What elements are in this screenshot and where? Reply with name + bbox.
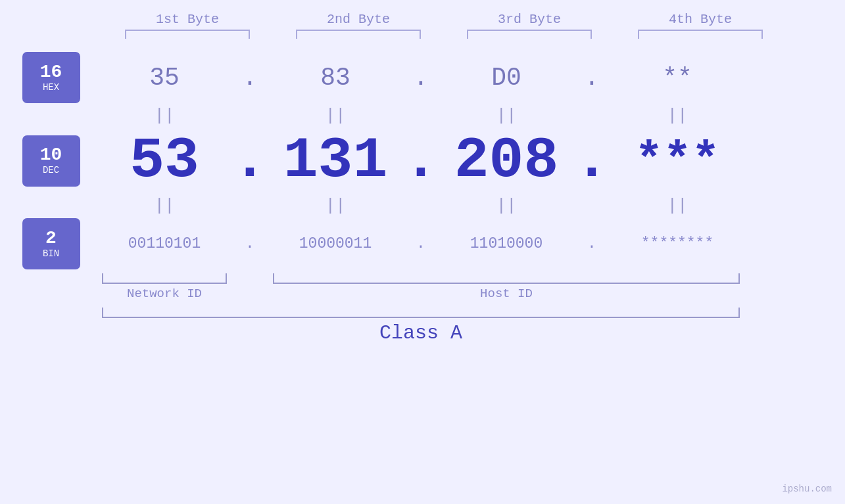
class-brace bbox=[102, 308, 740, 318]
eq1-4: || bbox=[615, 106, 740, 126]
bin-badge: 2 BIN bbox=[22, 218, 80, 269]
bracket-col-3 bbox=[444, 30, 615, 39]
eq2-3: || bbox=[444, 196, 569, 216]
top-brace-3 bbox=[467, 30, 592, 39]
class-left-spacer bbox=[0, 308, 102, 318]
eq-row-2: || || || || bbox=[0, 193, 845, 218]
eq2-4: || bbox=[615, 196, 740, 216]
byte-header-3: 3rd Byte bbox=[444, 12, 615, 27]
eq2-1: || bbox=[102, 196, 227, 216]
byte-header-4: 4th Byte bbox=[615, 12, 786, 27]
eq2-2: || bbox=[273, 196, 398, 216]
bin-val-2: 10000011 bbox=[273, 235, 398, 252]
bottom-left-spacer bbox=[0, 273, 102, 284]
bottom-bracket-row bbox=[0, 273, 845, 284]
class-label: Class A bbox=[102, 322, 740, 344]
bottom-braces bbox=[102, 273, 740, 284]
class-bracket-row bbox=[0, 308, 845, 318]
hex-sep-3: . bbox=[569, 64, 615, 92]
dec-val-1: 53 bbox=[102, 128, 227, 193]
bin-val-3: 11010000 bbox=[444, 235, 569, 252]
bin-sep-2: . bbox=[398, 235, 444, 252]
bracket-col-1 bbox=[102, 30, 273, 39]
top-brace-4 bbox=[638, 30, 763, 39]
top-bracket-row bbox=[0, 30, 845, 39]
bracket-col-2 bbox=[273, 30, 444, 39]
byte-header-2: 2nd Byte bbox=[273, 12, 444, 27]
hex-sep-2: . bbox=[398, 64, 444, 92]
dec-badge-number: 10 bbox=[40, 145, 62, 166]
bin-row: 2 BIN 00110101 . 10000011 . 11010000 . bbox=[0, 218, 845, 269]
watermark: ipshu.com bbox=[782, 484, 832, 494]
dec-badge-text: DEC bbox=[43, 166, 59, 175]
byte-headers: 1st Byte 2nd Byte 3rd Byte 4th Byte bbox=[102, 12, 845, 27]
byte-header-row: 1st Byte 2nd Byte 3rd Byte 4th Byte bbox=[0, 12, 845, 27]
top-brace-2 bbox=[296, 30, 421, 39]
bracket-col-4 bbox=[615, 30, 786, 39]
host-id-brace bbox=[273, 273, 740, 284]
bin-sep-3: . bbox=[569, 235, 615, 252]
hex-val-4: ** bbox=[615, 64, 740, 92]
top-brackets bbox=[102, 30, 845, 39]
eq1-values: || || || || bbox=[102, 106, 845, 126]
byte-header-1: 1st Byte bbox=[102, 12, 273, 27]
bracket-left-spacer bbox=[0, 30, 102, 39]
id-gap-1 bbox=[227, 286, 273, 301]
host-id-label: Host ID bbox=[273, 286, 740, 301]
dec-values: 53 . 131 . 208 . *** bbox=[102, 128, 845, 193]
dec-val-4: *** bbox=[615, 134, 740, 188]
bin-values: 00110101 . 10000011 . 11010000 . *******… bbox=[102, 235, 845, 252]
bin-badge-text: BIN bbox=[43, 249, 59, 259]
network-id-label: Network ID bbox=[102, 286, 227, 301]
dec-badge-area: 10 DEC bbox=[0, 135, 102, 187]
dec-sep-1: . bbox=[227, 128, 273, 193]
net-id-brace bbox=[102, 273, 227, 284]
hex-val-1: 35 bbox=[102, 64, 227, 92]
hex-badge-area: 16 HEX bbox=[0, 52, 102, 103]
dec-sep-2: . bbox=[398, 128, 444, 193]
dec-val-2: 131 bbox=[273, 128, 398, 193]
bin-sep-1: . bbox=[227, 235, 273, 252]
id-labels-row: Network ID Host ID bbox=[0, 286, 845, 301]
dec-val-3: 208 bbox=[444, 128, 569, 193]
top-brace-1 bbox=[125, 30, 250, 39]
hex-val-3: D0 bbox=[444, 64, 569, 92]
eq1-3: || bbox=[444, 106, 569, 126]
eq2-values: || || || || bbox=[102, 196, 845, 216]
dec-row: 10 DEC 53 . 131 . 208 . *** bbox=[0, 128, 845, 193]
hex-badge-text: HEX bbox=[43, 83, 59, 93]
eq1-1: || bbox=[102, 106, 227, 126]
main-layout: 1st Byte 2nd Byte 3rd Byte 4th Byte bbox=[0, 0, 845, 504]
header-left-spacer bbox=[0, 12, 102, 27]
class-lbl-spacer bbox=[0, 322, 102, 344]
hex-values: 35 . 83 . D0 . ** bbox=[102, 64, 845, 92]
id-left-spacer bbox=[0, 286, 102, 301]
hex-badge-number: 16 bbox=[40, 62, 62, 83]
bin-val-1: 00110101 bbox=[102, 235, 227, 252]
class-label-row: Class A bbox=[0, 322, 845, 344]
hex-badge: 16 HEX bbox=[22, 52, 80, 103]
hex-row: 16 HEX 35 . 83 . D0 . ** bbox=[0, 52, 845, 103]
bin-val-4: ******** bbox=[615, 235, 740, 252]
dec-badge: 10 DEC bbox=[22, 135, 80, 187]
dec-sep-3: . bbox=[569, 128, 615, 193]
hex-val-2: 83 bbox=[273, 64, 398, 92]
bin-badge-number: 2 bbox=[45, 229, 57, 249]
eq-row-1: || || || || bbox=[0, 103, 845, 128]
bin-badge-area: 2 BIN bbox=[0, 218, 102, 269]
hex-sep-1: . bbox=[227, 64, 273, 92]
eq1-2: || bbox=[273, 106, 398, 126]
